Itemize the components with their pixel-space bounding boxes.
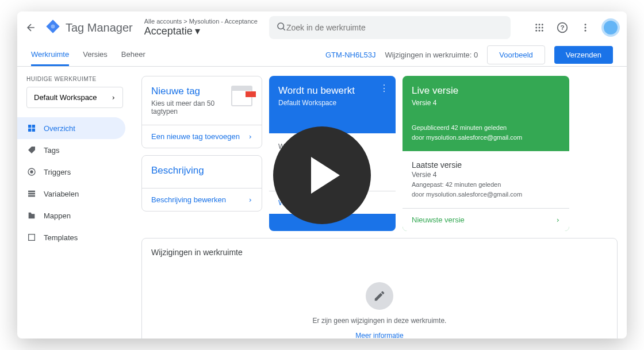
latest-version-number: Versie 4 — [412, 171, 560, 179]
nav-label: Variabelen — [44, 190, 79, 198]
learn-more-link[interactable]: Meer informatie — [355, 332, 403, 339]
help-icon[interactable]: ? — [555, 21, 569, 34]
search-icon — [276, 21, 286, 34]
editing-subtitle: Default Workspace — [278, 99, 386, 107]
svg-point-21 — [30, 171, 33, 173]
add-new-tag-button[interactable]: Een nieuwe tag toevoegen › — [142, 125, 262, 148]
dashboard-icon — [26, 123, 37, 133]
preview-button[interactable]: Voorbeeld — [487, 45, 545, 64]
published-by: door mysolution.salesforce@gmail.com — [412, 133, 560, 143]
svg-point-13 — [585, 24, 586, 25]
svg-rect-18 — [28, 129, 31, 132]
play-button[interactable] — [273, 126, 371, 224]
svg-point-1 — [278, 23, 284, 29]
search-box[interactable] — [269, 16, 511, 39]
editing-title: Wordt nu bewerkt — [278, 85, 386, 97]
tag-illustration-icon — [231, 86, 252, 106]
edit-empty-icon — [366, 282, 393, 310]
new-tag-subtitle: Kies uit meer dan 50 tagtypen — [151, 99, 231, 116]
chevron-right-icon: › — [111, 93, 116, 102]
logo-area: Tag Manager — [45, 18, 133, 37]
caret-down-icon: ▾ — [195, 25, 200, 37]
chevron-right-icon: › — [248, 132, 252, 141]
svg-point-7 — [542, 27, 543, 29]
app-title: Tag Manager — [66, 21, 133, 34]
svg-point-2 — [535, 24, 537, 25]
nav-tags[interactable]: Tags — [17, 139, 125, 161]
nav-label: Templates — [44, 233, 78, 242]
svg-point-10 — [542, 30, 543, 32]
workspace-selector[interactable]: Default Workspace › — [26, 87, 123, 108]
svg-point-15 — [585, 30, 586, 32]
description-title: Beschrijving — [151, 165, 252, 176]
search-input[interactable] — [286, 23, 504, 32]
svg-rect-17 — [32, 125, 35, 128]
description-card: Beschrijving Beschrijving bewerken › — [141, 155, 262, 211]
svg-point-9 — [539, 30, 540, 32]
svg-rect-23 — [28, 191, 35, 193]
svg-rect-19 — [32, 129, 35, 132]
latest-modified: Aangepast: 42 minuten geleden — [412, 180, 560, 190]
latest-version-button[interactable]: Nieuwste versie › — [402, 208, 569, 231]
svg-rect-25 — [29, 234, 35, 241]
chevron-right-icon: › — [248, 195, 252, 204]
tag-manager-logo-icon — [45, 18, 61, 37]
trigger-icon — [26, 167, 37, 177]
nav-label: Tags — [44, 146, 59, 155]
variable-icon — [26, 189, 37, 199]
workspace-changes-card: Wijzigingen in werkruimte Er zijn geen w… — [141, 238, 618, 339]
svg-point-8 — [535, 30, 537, 32]
live-subtitle: Versie 4 — [412, 99, 560, 107]
nav-label: Triggers — [44, 168, 71, 176]
apps-icon[interactable] — [532, 21, 546, 34]
svg-point-0 — [51, 25, 55, 29]
action-label: Nieuwste versie — [412, 216, 465, 224]
nav-triggers[interactable]: Triggers — [17, 161, 125, 183]
empty-text: Er zijn geen wijzigingen in deze werkrui… — [313, 317, 447, 325]
changes-count: Wijzigingen in werkruimte: 0 — [385, 51, 478, 59]
svg-point-5 — [535, 27, 537, 29]
svg-point-4 — [542, 24, 543, 25]
new-tag-card: Nieuwe tag Kies uit meer dan 50 tagtypen… — [141, 76, 262, 148]
latest-by: door mysolution.salesforce@gmail.com — [412, 190, 560, 199]
chevron-right-icon: › — [555, 216, 560, 224]
submit-button[interactable]: Verzenden — [554, 46, 613, 64]
tab-admin[interactable]: Beheer — [121, 44, 145, 66]
folder-icon — [26, 210, 37, 221]
changes-title: Wijzigingen in werkruimte — [151, 248, 608, 257]
latest-version-title: Laatste versie — [412, 160, 560, 170]
svg-text:?: ? — [560, 24, 564, 31]
workspace-dropdown[interactable]: Acceptatie ▾ — [144, 25, 258, 37]
svg-rect-22 — [28, 193, 35, 195]
svg-rect-24 — [28, 195, 35, 197]
back-button[interactable] — [24, 21, 38, 34]
new-tag-title: Nieuwe tag — [151, 86, 231, 97]
more-vert-icon[interactable] — [578, 21, 592, 34]
tab-versions[interactable]: Versies — [83, 44, 108, 66]
workspace-label: Acceptatie — [144, 25, 193, 37]
more-vert-icon[interactable]: ⋮ — [379, 83, 389, 94]
svg-point-3 — [539, 24, 540, 25]
svg-point-14 — [585, 27, 586, 29]
tab-workspace[interactable]: Werkruimte — [31, 44, 69, 66]
edit-description-button[interactable]: Beschrijving bewerken › — [142, 188, 262, 211]
nav-templates[interactable]: Templates — [17, 226, 125, 248]
breadcrumb[interactable]: Alle accounts > Mysolution - Acceptance — [144, 18, 258, 25]
svg-rect-16 — [28, 125, 31, 128]
nav-overview[interactable]: Overzicht — [17, 117, 125, 139]
nav-folders[interactable]: Mappen — [17, 205, 125, 226]
nav-label: Mappen — [44, 211, 71, 220]
action-label: Beschrijving bewerken — [151, 195, 226, 204]
nav-label: Overzicht — [44, 124, 75, 133]
published-time: Gepubliceerd 42 minuten geleden — [412, 123, 560, 133]
tag-icon — [26, 145, 37, 155]
nav-variables[interactable]: Variabelen — [17, 183, 125, 205]
user-avatar[interactable] — [601, 18, 620, 37]
svg-point-6 — [539, 27, 540, 29]
action-label: Een nieuwe tag toevoegen — [151, 132, 240, 141]
live-version-card: Live versie Versie 4 Gepubliceerd 42 min… — [402, 76, 569, 231]
workspace-selector-label: Default Workspace — [34, 93, 97, 102]
container-id[interactable]: GTM-NH6L53J — [325, 51, 375, 59]
play-icon — [311, 157, 340, 194]
sidebar-heading: HUIDIGE WERKRUIMTE — [17, 76, 132, 87]
